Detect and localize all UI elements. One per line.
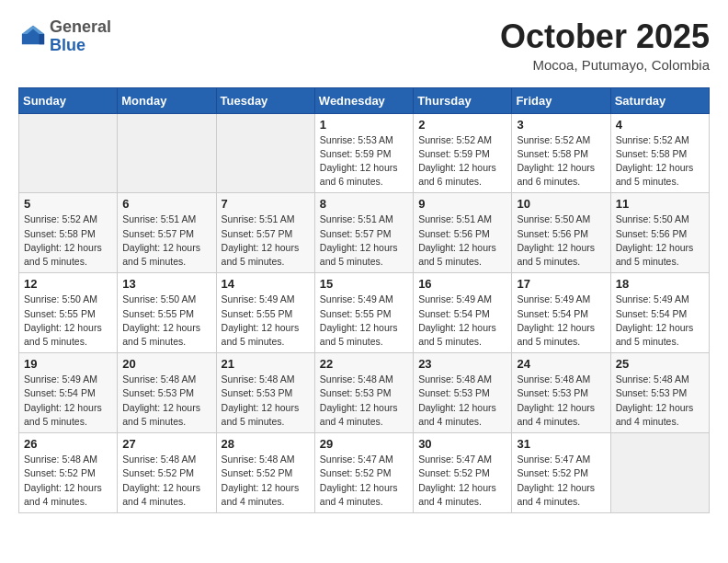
day-number: 12 [24,277,112,291]
day-info: Sunrise: 5:48 AM Sunset: 5:52 PM Dayligh… [122,453,210,509]
day-number: 21 [222,357,310,371]
title-block: October 2025 Mocoa, Putumayo, Colombia [500,18,710,73]
day-number: 24 [517,357,605,371]
calendar-day-cell: 31Sunrise: 5:47 AM Sunset: 5:52 PM Dayli… [512,433,610,513]
day-info: Sunrise: 5:48 AM Sunset: 5:53 PM Dayligh… [418,373,506,429]
calendar-day-cell: 22Sunrise: 5:48 AM Sunset: 5:53 PM Dayli… [314,353,413,433]
day-number: 3 [517,118,605,132]
day-info: Sunrise: 5:49 AM Sunset: 5:54 PM Dayligh… [418,293,506,349]
day-number: 1 [320,118,408,132]
calendar-day-cell: 13Sunrise: 5:50 AM Sunset: 5:55 PM Dayli… [118,273,216,353]
svg-marker-2 [40,34,45,44]
calendar-day-cell: 30Sunrise: 5:47 AM Sunset: 5:52 PM Dayli… [414,433,512,513]
day-info: Sunrise: 5:52 AM Sunset: 5:59 PM Dayligh… [418,133,506,190]
calendar-week-row: 12Sunrise: 5:50 AM Sunset: 5:55 PM Dayli… [19,273,710,353]
calendar-week-row: 26Sunrise: 5:48 AM Sunset: 5:52 PM Dayli… [19,433,710,513]
day-number: 15 [320,277,408,291]
calendar-day-cell [610,433,709,513]
day-number: 10 [517,197,605,211]
day-info: Sunrise: 5:48 AM Sunset: 5:53 PM Dayligh… [320,373,408,429]
logo-blue-text: Blue [50,36,85,54]
page-header: General Blue October 2025 Mocoa, Putumay… [18,18,710,73]
day-info: Sunrise: 5:50 AM Sunset: 5:55 PM Dayligh… [24,293,112,349]
day-info: Sunrise: 5:48 AM Sunset: 5:53 PM Dayligh… [122,373,210,429]
calendar-day-cell: 14Sunrise: 5:49 AM Sunset: 5:55 PM Dayli… [216,273,314,353]
day-number: 14 [222,277,310,291]
calendar-day-cell: 24Sunrise: 5:48 AM Sunset: 5:53 PM Dayli… [512,353,610,433]
location: Mocoa, Putumayo, Colombia [500,57,710,73]
weekday-header: Saturday [610,87,709,113]
day-number: 17 [517,277,605,291]
day-info: Sunrise: 5:51 AM Sunset: 5:56 PM Dayligh… [418,213,506,269]
day-info: Sunrise: 5:52 AM Sunset: 5:58 PM Dayligh… [616,133,704,190]
day-info: Sunrise: 5:52 AM Sunset: 5:58 PM Dayligh… [24,213,112,269]
calendar-day-cell: 20Sunrise: 5:48 AM Sunset: 5:53 PM Dayli… [118,353,216,433]
day-info: Sunrise: 5:53 AM Sunset: 5:59 PM Dayligh… [320,133,408,190]
day-number: 18 [616,277,704,291]
calendar-day-cell: 18Sunrise: 5:49 AM Sunset: 5:54 PM Dayli… [610,273,709,353]
day-info: Sunrise: 5:49 AM Sunset: 5:55 PM Dayligh… [320,293,408,349]
calendar-day-cell: 7Sunrise: 5:51 AM Sunset: 5:57 PM Daylig… [216,193,314,273]
logo: General Blue [18,18,111,55]
calendar-day-cell: 23Sunrise: 5:48 AM Sunset: 5:53 PM Dayli… [414,353,512,433]
day-number: 16 [418,277,506,291]
day-info: Sunrise: 5:48 AM Sunset: 5:53 PM Dayligh… [222,373,310,429]
calendar-table: SundayMondayTuesdayWednesdayThursdayFrid… [18,87,710,513]
day-number: 29 [320,437,408,451]
day-info: Sunrise: 5:52 AM Sunset: 5:58 PM Dayligh… [517,133,605,190]
calendar-week-row: 5Sunrise: 5:52 AM Sunset: 5:58 PM Daylig… [19,193,710,273]
logo-general-text: General [50,17,111,36]
day-number: 20 [122,357,210,371]
day-number: 8 [320,197,408,211]
day-number: 19 [24,357,112,371]
calendar-day-cell: 19Sunrise: 5:49 AM Sunset: 5:54 PM Dayli… [19,353,118,433]
calendar-day-cell: 10Sunrise: 5:50 AM Sunset: 5:56 PM Dayli… [512,193,610,273]
day-info: Sunrise: 5:47 AM Sunset: 5:52 PM Dayligh… [517,453,605,509]
calendar-day-cell: 6Sunrise: 5:51 AM Sunset: 5:57 PM Daylig… [118,193,216,273]
calendar-day-cell: 2Sunrise: 5:52 AM Sunset: 5:59 PM Daylig… [414,113,512,193]
day-info: Sunrise: 5:49 AM Sunset: 5:54 PM Dayligh… [24,373,112,429]
day-info: Sunrise: 5:49 AM Sunset: 5:54 PM Dayligh… [616,293,704,349]
day-info: Sunrise: 5:47 AM Sunset: 5:52 PM Dayligh… [320,453,408,509]
calendar-day-cell: 16Sunrise: 5:49 AM Sunset: 5:54 PM Dayli… [414,273,512,353]
weekday-header: Thursday [414,87,512,113]
calendar-day-cell: 5Sunrise: 5:52 AM Sunset: 5:58 PM Daylig… [19,193,118,273]
day-number: 23 [418,357,506,371]
day-info: Sunrise: 5:50 AM Sunset: 5:56 PM Dayligh… [517,213,605,269]
calendar-day-cell: 15Sunrise: 5:49 AM Sunset: 5:55 PM Dayli… [314,273,413,353]
calendar-day-cell [118,113,216,193]
day-info: Sunrise: 5:50 AM Sunset: 5:56 PM Dayligh… [616,213,704,269]
day-number: 30 [418,437,506,451]
calendar-week-row: 1Sunrise: 5:53 AM Sunset: 5:59 PM Daylig… [19,113,710,193]
day-number: 27 [122,437,210,451]
day-number: 11 [616,197,704,211]
calendar-day-cell [19,113,118,193]
day-number: 13 [122,277,210,291]
day-number: 4 [616,118,704,132]
day-info: Sunrise: 5:48 AM Sunset: 5:53 PM Dayligh… [616,373,704,429]
weekday-header: Sunday [19,87,118,113]
day-number: 28 [222,437,310,451]
day-info: Sunrise: 5:49 AM Sunset: 5:55 PM Dayligh… [222,293,310,349]
calendar-day-cell: 12Sunrise: 5:50 AM Sunset: 5:55 PM Dayli… [19,273,118,353]
day-number: 6 [122,197,210,211]
calendar-day-cell: 3Sunrise: 5:52 AM Sunset: 5:58 PM Daylig… [512,113,610,193]
logo-icon [20,22,46,48]
calendar-day-cell: 29Sunrise: 5:47 AM Sunset: 5:52 PM Dayli… [314,433,413,513]
calendar-week-row: 19Sunrise: 5:49 AM Sunset: 5:54 PM Dayli… [19,353,710,433]
calendar-day-cell: 28Sunrise: 5:48 AM Sunset: 5:52 PM Dayli… [216,433,314,513]
calendar-day-cell: 8Sunrise: 5:51 AM Sunset: 5:57 PM Daylig… [314,193,413,273]
day-info: Sunrise: 5:48 AM Sunset: 5:53 PM Dayligh… [517,373,605,429]
day-info: Sunrise: 5:48 AM Sunset: 5:52 PM Dayligh… [24,453,112,509]
day-info: Sunrise: 5:50 AM Sunset: 5:55 PM Dayligh… [122,293,210,349]
calendar-day-cell: 27Sunrise: 5:48 AM Sunset: 5:52 PM Dayli… [118,433,216,513]
day-info: Sunrise: 5:51 AM Sunset: 5:57 PM Dayligh… [222,213,310,269]
weekday-header: Friday [512,87,610,113]
day-info: Sunrise: 5:48 AM Sunset: 5:52 PM Dayligh… [222,453,310,509]
weekday-header: Monday [118,87,216,113]
day-number: 7 [222,197,310,211]
weekday-header: Tuesday [216,87,314,113]
calendar-day-cell: 4Sunrise: 5:52 AM Sunset: 5:58 PM Daylig… [610,113,709,193]
day-info: Sunrise: 5:49 AM Sunset: 5:54 PM Dayligh… [517,293,605,349]
day-info: Sunrise: 5:51 AM Sunset: 5:57 PM Dayligh… [320,213,408,269]
